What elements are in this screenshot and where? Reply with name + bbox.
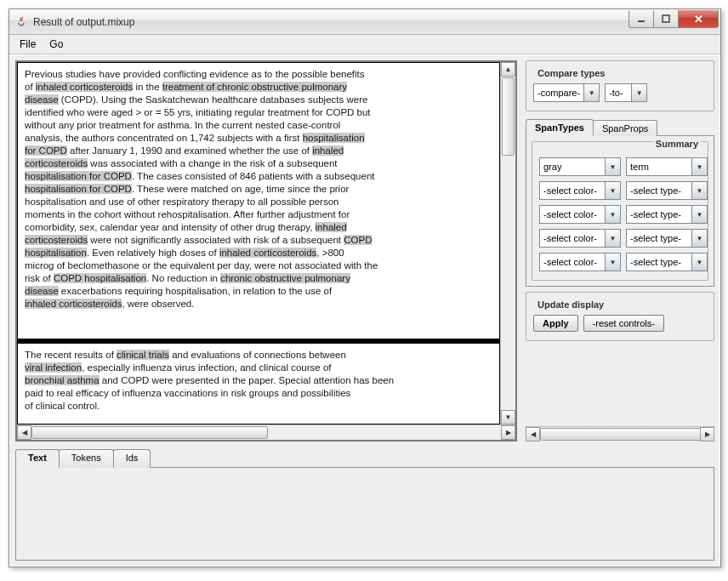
term-highlight: clinical trials (117, 350, 169, 360)
term-highlight: hospitalisation (303, 133, 365, 143)
window-controls: ✕ (629, 10, 719, 27)
update-display-group: Update display Apply -reset controls- (526, 292, 714, 341)
bottom-pane: Text Tokens Ids (15, 448, 714, 561)
chevron-down-icon[interactable]: ▼ (691, 206, 707, 223)
type-combo-3[interactable]: -select type-▼ (626, 205, 708, 224)
tab-span-types[interactable]: SpanTypes (526, 119, 594, 136)
summary-group: Summary gray▼ term▼ -select color-▼ -sel… (532, 141, 708, 281)
term-highlight: chronic obstructive pulmonary (220, 273, 350, 283)
term-highlight: hospitalisation for COPD (25, 184, 132, 194)
top-split: Previous studies have provided conflicti… (15, 60, 714, 441)
scroll-left-icon[interactable]: ◀ (526, 427, 540, 441)
chevron-down-icon[interactable]: ▼ (691, 230, 707, 247)
term-highlight: inhaled corticosteroids (25, 299, 122, 309)
summary-legend: Summary (653, 139, 701, 149)
chevron-down-icon[interactable]: ▼ (605, 158, 620, 175)
bottom-body[interactable] (15, 467, 714, 561)
compare-types-group: Compare types -compare- ▼ -to- ▼ (526, 60, 714, 111)
term-highlight: hospitalisation (25, 248, 87, 258)
window-title: Result of output.mixup (33, 16, 629, 28)
chevron-down-icon[interactable]: ▼ (583, 84, 599, 101)
client-area: Previous studies have provided conflicti… (9, 54, 720, 567)
term-highlight: inhaled corticosteroids (36, 82, 133, 92)
chevron-down-icon[interactable]: ▼ (605, 253, 620, 271)
scroll-thumb[interactable] (502, 77, 515, 156)
text-pane: Previous studies have provided conflicti… (15, 60, 517, 441)
color-combo-1[interactable]: gray▼ (539, 157, 621, 176)
menu-go[interactable]: Go (43, 37, 70, 52)
right-hscroll[interactable]: ◀ ▶ (526, 426, 714, 441)
compare-legend: Compare types (535, 68, 607, 78)
minimize-button[interactable] (628, 10, 654, 28)
term-highlight: viral infection (25, 362, 82, 373)
term-highlight: COPD hospitalisation (54, 273, 146, 283)
type-combo-1[interactable]: term▼ (626, 157, 708, 176)
title-bar: Result of output.mixup ✕ (9, 9, 720, 35)
chevron-down-icon[interactable]: ▼ (691, 158, 707, 175)
bottom-tab-strip: Text Tokens Ids (15, 448, 714, 467)
compare-left-combo[interactable]: -compare- ▼ (533, 83, 600, 102)
reset-controls-button[interactable]: -reset controls- (583, 315, 664, 332)
menu-bar: File Go (9, 35, 720, 54)
app-window: Result of output.mixup ✕ File Go Previou… (9, 9, 721, 567)
update-legend: Update display (535, 299, 606, 310)
chevron-down-icon[interactable]: ▼ (605, 206, 620, 223)
term-highlight: inhaled (312, 145, 344, 156)
type-combo-4[interactable]: -select type-▼ (626, 229, 708, 248)
svg-rect-1 (663, 15, 669, 22)
scroll-thumb[interactable] (540, 428, 702, 441)
term-highlight: for COPD (25, 145, 67, 156)
color-combo-3[interactable]: -select color-▼ (539, 205, 621, 224)
scroll-right-icon[interactable]: ▶ (501, 425, 515, 440)
term-highlight: bronchial asthma (25, 375, 100, 385)
type-combo-5[interactable]: -select type-▼ (626, 253, 708, 271)
right-panel: Compare types -compare- ▼ -to- ▼ (524, 60, 714, 441)
term-highlight: COPD (344, 235, 372, 245)
text-vscroll[interactable]: ▲ ▼ (500, 62, 515, 424)
term-highlight: inhaled corticosteroids (219, 248, 316, 258)
tab-tokens[interactable]: Tokens (59, 449, 114, 468)
scroll-right-icon[interactable]: ▶ (700, 427, 714, 441)
term-highlight: inhaled (316, 222, 347, 232)
text-hscroll[interactable]: ◀ ▶ (17, 424, 515, 440)
term-highlight: corticosteroids (25, 235, 88, 245)
svg-rect-0 (638, 20, 645, 22)
maximize-button[interactable] (653, 10, 679, 28)
scroll-down-icon[interactable]: ▼ (501, 410, 515, 424)
type-combo-2[interactable]: -select type-▼ (626, 181, 708, 200)
tab-text[interactable]: Text (15, 449, 60, 468)
java-icon (14, 15, 28, 29)
color-combo-2[interactable]: -select color-▼ (539, 181, 621, 200)
menu-file[interactable]: File (13, 37, 43, 52)
term-highlight: corticosteroids (25, 158, 88, 168)
compare-right-combo[interactable]: -to- ▼ (605, 83, 647, 102)
vertical-splitter[interactable] (517, 60, 524, 441)
term-highlight: hospitalisation for COPD (25, 171, 132, 181)
color-combo-5[interactable]: -select color-▼ (539, 253, 621, 271)
scroll-thumb[interactable] (31, 426, 268, 439)
chevron-down-icon[interactable]: ▼ (605, 230, 620, 247)
chevron-down-icon[interactable]: ▼ (691, 253, 707, 271)
span-tabs-group: SpanTypes SpanProps Summary gray▼ term▼ (526, 117, 714, 287)
text-pane-block-1[interactable]: Previous studies have provided conflicti… (17, 62, 500, 339)
span-tab-strip: SpanTypes SpanProps (526, 117, 714, 135)
term-highlight: disease (25, 286, 59, 296)
tab-span-props[interactable]: SpanProps (593, 120, 657, 136)
text-pane-block-2[interactable]: The recent results of clinical trials an… (17, 343, 500, 424)
chevron-down-icon[interactable]: ▼ (691, 182, 707, 199)
scroll-left-icon[interactable]: ◀ (17, 425, 31, 440)
scroll-up-icon[interactable]: ▲ (501, 62, 515, 77)
chevron-down-icon[interactable]: ▼ (631, 84, 646, 101)
term-highlight: disease (25, 94, 59, 105)
apply-button[interactable]: Apply (533, 315, 578, 332)
chevron-down-icon[interactable]: ▼ (605, 182, 620, 199)
tab-ids[interactable]: Ids (113, 449, 151, 468)
color-combo-4[interactable]: -select color-▼ (539, 229, 621, 248)
term-highlight: treatment of chronic obstructive pulmona… (162, 82, 347, 92)
close-button[interactable]: ✕ (678, 10, 719, 28)
